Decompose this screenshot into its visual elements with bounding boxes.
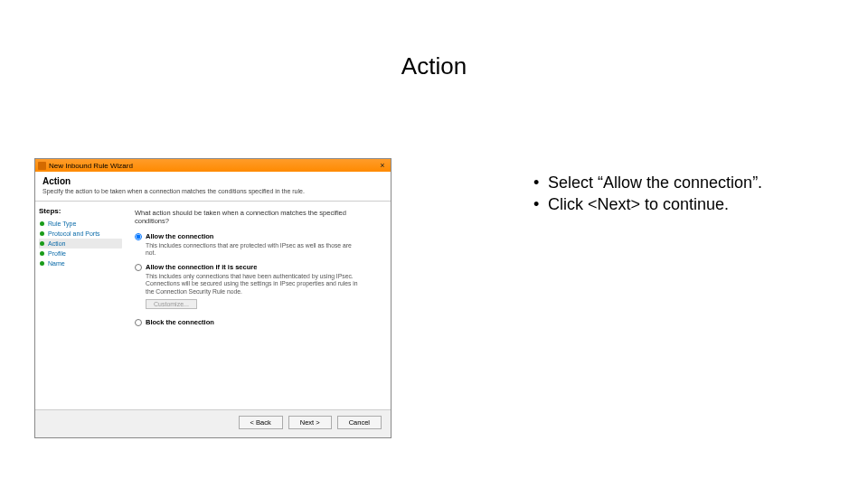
wizard-header: Action Specify the action to be taken wh… <box>35 172 391 202</box>
option-desc: This includes only connections that have… <box>135 273 361 296</box>
option-label: Block the connection <box>146 318 214 326</box>
close-icon[interactable]: × <box>377 161 388 170</box>
customize-button: Customize... <box>146 299 197 309</box>
step-dot-icon <box>40 221 44 226</box>
wizard-window: New Inbound Rule Wizard × Action Specify… <box>34 158 392 438</box>
header-title: Action <box>42 176 383 186</box>
step-rule-type[interactable]: Rule Type <box>39 219 122 229</box>
option-desc: This includes connections that are prote… <box>135 242 361 258</box>
bullet-item: Click <Next> to continue. <box>533 193 762 215</box>
content-question: What action should be taken when a conne… <box>135 209 382 225</box>
step-dot-icon <box>40 261 44 266</box>
step-name[interactable]: Name <box>39 258 122 268</box>
option-label: Allow the connection if it is secure <box>146 263 257 271</box>
step-dot-icon <box>40 241 44 246</box>
option-allow-secure[interactable]: Allow the connection if it is secure <box>135 263 382 271</box>
header-subtitle: Specify the action to be taken when a co… <box>42 188 383 194</box>
option-block-connection[interactable]: Block the connection <box>135 318 382 326</box>
radio-block[interactable] <box>135 319 142 326</box>
step-label: Protocol and Ports <box>48 230 100 237</box>
step-label: Profile <box>48 250 66 257</box>
step-label: Action <box>48 240 65 247</box>
option-allow-connection[interactable]: Allow the connection <box>135 232 382 240</box>
back-button[interactable]: < Back <box>239 416 283 429</box>
slide-title: Action <box>0 52 868 80</box>
step-action[interactable]: Action <box>39 239 122 249</box>
radio-allow-secure[interactable] <box>135 264 142 271</box>
cancel-button[interactable]: Cancel <box>337 416 382 429</box>
step-dot-icon <box>40 251 44 256</box>
shield-icon <box>38 162 46 170</box>
window-title: New Inbound Rule Wizard <box>49 162 374 170</box>
wizard-content: What action should be taken when a conne… <box>126 202 391 409</box>
step-dot-icon <box>40 231 44 236</box>
wizard-body: Steps: Rule Type Protocol and Ports Acti… <box>35 202 391 409</box>
titlebar: New Inbound Rule Wizard × <box>35 159 391 172</box>
option-label: Allow the connection <box>146 232 213 240</box>
steps-panel: Steps: Rule Type Protocol and Ports Acti… <box>35 202 126 409</box>
radio-allow[interactable] <box>135 233 142 240</box>
bullet-item: Select “Allow the connection”. <box>533 172 762 193</box>
step-protocol-ports[interactable]: Protocol and Ports <box>39 229 122 239</box>
steps-label: Steps: <box>39 207 122 215</box>
instruction-bullets: Select “Allow the connection”. Click <Ne… <box>533 172 762 216</box>
step-label: Rule Type <box>48 221 76 227</box>
wizard-footer: < Back Next > Cancel <box>35 409 391 435</box>
step-label: Name <box>48 260 65 267</box>
step-profile[interactable]: Profile <box>39 249 122 258</box>
next-button[interactable]: Next > <box>288 416 332 429</box>
